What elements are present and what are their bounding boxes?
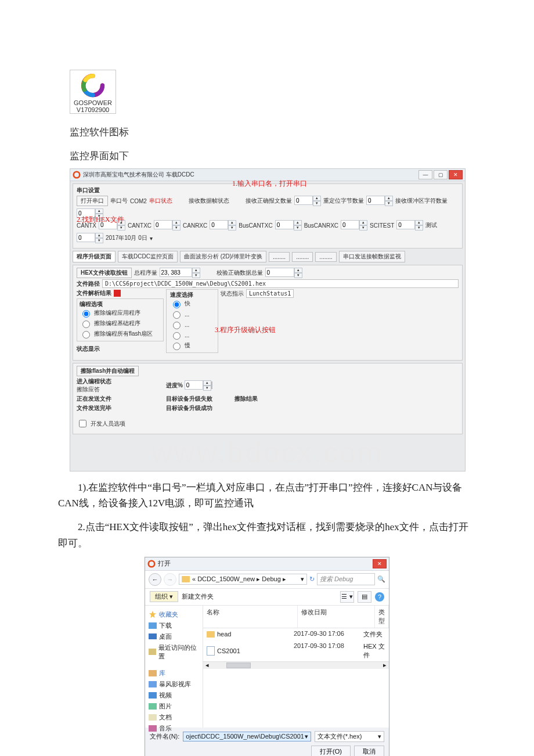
scrollbar[interactable]: ◂▸ <box>203 661 389 669</box>
total-bytes-val[interactable] <box>160 268 192 277</box>
back-button[interactable]: ← <box>149 573 161 586</box>
body-p2: 2.点击“HEX文件读取按钮”，弹出hex文件查找对话框，找到需要烧录的hex文… <box>58 519 476 550</box>
nav-bf[interactable]: 暴风影视库 <box>159 680 191 689</box>
canrxc-val[interactable] <box>210 220 228 229</box>
date-drop[interactable]: ▾ <box>150 235 153 242</box>
nav-pic[interactable]: 图片 <box>159 702 172 711</box>
row0-date: 2017-09-30 17:06 <box>294 630 363 639</box>
svg-marker-2 <box>149 611 156 618</box>
pos-bytes-val[interactable] <box>366 196 385 205</box>
app-title: 深圳市高斯宝电气技术有限公司 车载DCDC <box>83 171 417 179</box>
tab-x1[interactable]: ........ <box>269 252 290 262</box>
open-serial-button[interactable]: 打开串口 <box>77 196 108 206</box>
lib-icon <box>149 670 157 676</box>
progress-val[interactable] <box>185 380 203 390</box>
speed-fast-radio[interactable] <box>173 301 181 308</box>
canrxc-lbl: CANRXC <box>183 222 207 229</box>
send-done: 文件发送完毕 <box>77 405 111 411</box>
list-item[interactable]: head 2017-09-30 17:06 文件夹 <box>203 628 389 640</box>
speed-r2[interactable] <box>173 311 181 319</box>
state-val: LunchStatus1 <box>246 289 294 298</box>
nav-recent[interactable]: 最近访问的位置 <box>158 643 199 661</box>
fail-result: 擦除结果 <box>234 395 258 403</box>
file-path-lbl: 文件路径 <box>77 280 100 288</box>
music-icon <box>149 725 157 732</box>
col-type[interactable]: 类型 <box>375 606 389 628</box>
icon-name: GOSPOWER <box>74 99 112 106</box>
view-button[interactable]: ☰ ▾ <box>340 591 354 603</box>
verify-ok-val[interactable] <box>265 268 294 277</box>
progress-lbl: 进度% <box>166 382 183 388</box>
organize-button[interactable]: 组织 ▾ <box>150 591 178 602</box>
prog-select-grp: 编程选项 <box>80 300 161 308</box>
refresh-icon[interactable]: ↻ <box>309 575 315 583</box>
tab-x2[interactable]: ........ <box>292 252 313 262</box>
nav-lib[interactable]: 库 <box>159 669 165 678</box>
forward-button[interactable]: → <box>164 573 176 586</box>
filter-combo[interactable]: 文本文件(*.hex)▾ <box>315 731 384 742</box>
col-date[interactable]: 修改日期 <box>298 606 375 628</box>
search-icon[interactable]: 🔍 <box>377 575 385 583</box>
newfolder-button[interactable]: 新建文件夹 <box>182 592 214 601</box>
rx-status-label: 接收数据帧状态 <box>189 197 229 205</box>
dlg-close-button[interactable]: ✕ <box>373 559 387 568</box>
tab-x3[interactable]: ........ <box>315 252 336 262</box>
close-button[interactable]: ✕ <box>449 170 463 179</box>
app-icon-small <box>147 560 156 568</box>
dev-option-checkbox[interactable] <box>79 420 86 427</box>
spin-up[interactable]: ▴ <box>313 196 321 201</box>
pic-icon <box>149 703 157 710</box>
hex-read-button[interactable]: HEX文件读取按钮 <box>77 268 132 278</box>
max-button[interactable]: ▢ <box>434 170 448 179</box>
icon-version: V17092900 <box>74 106 112 113</box>
annot-3: 3.程序升级确认按钮 <box>215 325 276 335</box>
test-val[interactable] <box>77 233 95 242</box>
row0-name: head <box>217 631 231 638</box>
min-button[interactable]: — <box>418 170 432 179</box>
nav-doc[interactable]: 文档 <box>159 713 172 722</box>
app-icon <box>73 171 81 179</box>
speed-slow-radio[interactable] <box>173 343 181 350</box>
tab-wave[interactable]: 曲面波形分析 (2D)/傅里叶变换 <box>180 251 266 262</box>
confirm-button[interactable]: 擦除flash并自动编程 <box>77 366 139 376</box>
scitest-val[interactable] <box>396 220 415 229</box>
succ: 目标设备升级成功 <box>166 404 212 412</box>
buscantxc-val[interactable] <box>275 220 294 229</box>
nav-music[interactable]: 音乐 <box>159 724 172 733</box>
open-button[interactable]: 打开(O) <box>311 746 351 756</box>
list-item[interactable]: CS2001 2017-09-30 17:08 HEX 文件 <box>203 640 389 661</box>
opt-erase-base-radio[interactable] <box>82 321 90 328</box>
spin-down[interactable]: ▾ <box>313 201 321 206</box>
cancel-button[interactable]: 取消 <box>354 746 384 756</box>
state-display: 状态显示 <box>77 345 164 353</box>
total-bytes-lbl: 总程序量 <box>134 269 157 277</box>
dlg-title: 打开 <box>158 559 371 568</box>
preview-button[interactable]: ▤ <box>358 591 371 603</box>
tab-upgrade[interactable]: 程序升级页面 <box>73 251 116 262</box>
speed-fast: 快 <box>185 300 190 308</box>
speed-r4[interactable] <box>173 332 181 340</box>
filename-combo[interactable]: oject\DCDC_1500W_new\Debug\CS2001▾ <box>183 732 311 741</box>
row1-name: CS2001 <box>217 647 240 654</box>
tab-dcdc[interactable]: 车载DCDC监控页面 <box>118 251 178 262</box>
cantxc-val[interactable] <box>154 220 172 229</box>
nav-vid[interactable]: 视频 <box>159 691 172 700</box>
nav-dl[interactable]: 下载 <box>159 621 172 630</box>
verify-ok-lbl: 校验正确数据总量 <box>217 269 263 277</box>
speed-r3[interactable] <box>173 322 181 329</box>
nav-desk[interactable]: 桌面 <box>159 632 172 641</box>
opt-erase-app-radio[interactable] <box>82 310 90 318</box>
enter-state: 进入编程状态 <box>77 377 164 386</box>
recent-icon <box>149 649 156 655</box>
help-icon[interactable]: ? <box>375 592 384 602</box>
col-name[interactable]: 名称 <box>203 606 298 628</box>
tab-monitor[interactable]: 串口发送接帧数据监视 <box>339 251 405 262</box>
nav-fav[interactable]: 收藏夹 <box>159 610 178 619</box>
opt-erase-base: 擦除编程基础程序 <box>94 319 140 327</box>
buscanrxc-val[interactable] <box>341 220 359 229</box>
breadcrumb[interactable]: « DCDC_1500W_new ▸ Debug ▸▾ <box>179 574 307 585</box>
opt-erase-all-radio[interactable] <box>82 331 90 339</box>
rx-ok-val[interactable] <box>294 196 313 205</box>
search-input[interactable]: 搜索 Debug <box>317 573 375 585</box>
filter-val: 文本文件(*.hex) <box>317 732 362 741</box>
